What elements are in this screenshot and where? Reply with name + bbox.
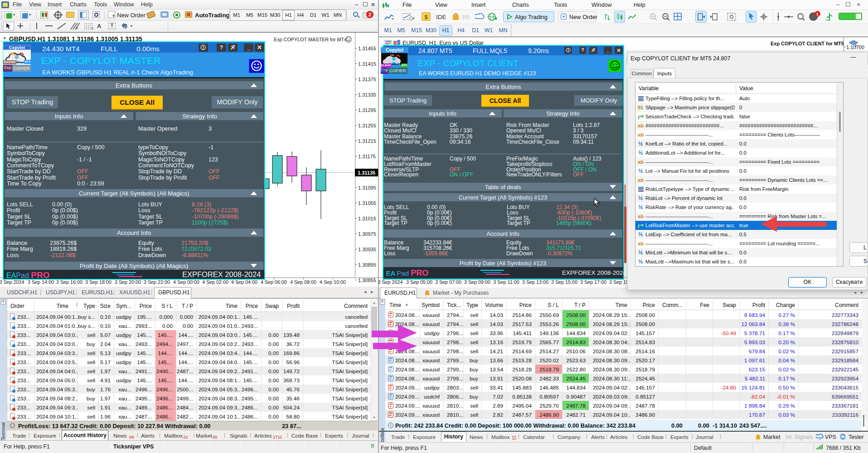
- svg-text:E: E: [76, 27, 78, 30]
- svg-text:LVL: LVL: [826, 19, 831, 21]
- svg-text:F: F: [92, 27, 93, 30]
